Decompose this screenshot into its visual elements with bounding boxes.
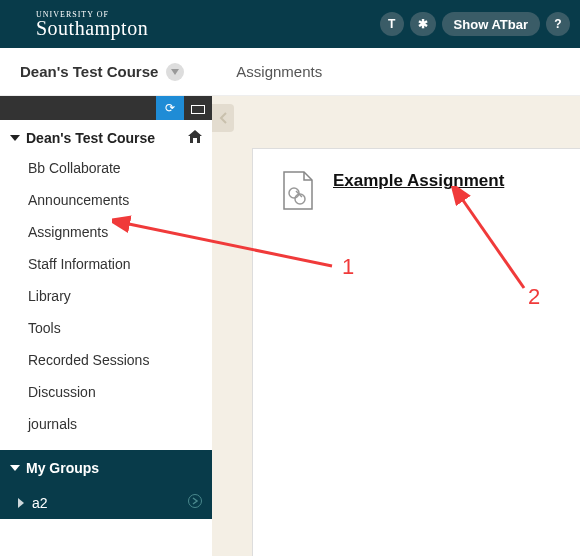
- sidebar-groups-title: My Groups: [26, 460, 99, 476]
- sidebar-item-bb-collaborate[interactable]: Bb Collaborate: [0, 152, 212, 184]
- layout-icon: [191, 102, 205, 114]
- logo-bottom-text: Southampton: [36, 19, 148, 37]
- sidebar-course-head[interactable]: Dean's Test Course: [0, 120, 212, 152]
- sidebar-item-discussion[interactable]: Discussion: [0, 376, 212, 408]
- svg-rect-1: [191, 102, 205, 105]
- show-atbar-button[interactable]: Show ATbar: [442, 12, 540, 36]
- content-card: Example Assignment: [252, 148, 580, 556]
- breadcrumb-page: Assignments: [236, 63, 322, 80]
- annotation-label-1: 1: [342, 254, 354, 280]
- sidebar-groups-body: a2: [0, 486, 212, 519]
- go-icon: [188, 494, 202, 511]
- breadcrumb-course[interactable]: Dean's Test Course: [20, 63, 184, 81]
- assignment-link[interactable]: Example Assignment: [333, 171, 504, 191]
- svg-point-3: [189, 495, 202, 508]
- caret-down-icon: [10, 465, 20, 471]
- site-logo: UNIVERSITY OF Southampton: [10, 11, 148, 36]
- document-link-icon: [281, 171, 315, 215]
- sidebar-items: Bb Collaborate Announcements Assignments…: [0, 152, 212, 450]
- sidebar-item-assignments[interactable]: Assignments: [0, 216, 212, 248]
- refresh-button[interactable]: ⟳: [156, 96, 184, 120]
- banner-buttons: T ✱ Show ATbar ?: [380, 12, 570, 36]
- sidebar-item-journals[interactable]: journals: [0, 408, 212, 440]
- breadcrumb: Dean's Test Course Assignments: [0, 48, 580, 96]
- caret-right-icon: [18, 498, 24, 508]
- top-banner: UNIVERSITY OF Southampton T ✱ Show ATbar…: [0, 0, 580, 48]
- sidebar-item-tools[interactable]: Tools: [0, 312, 212, 344]
- text-size-button[interactable]: T: [380, 12, 404, 36]
- sidebar-course-title: Dean's Test Course: [26, 130, 155, 146]
- svg-rect-2: [192, 106, 204, 113]
- chevron-left-icon: [219, 112, 227, 124]
- chevron-down-icon: [166, 63, 184, 81]
- caret-down-icon: [10, 135, 20, 141]
- sidebar-groups-head[interactable]: My Groups: [0, 450, 212, 486]
- content-area: Example Assignment 1 2: [212, 96, 580, 556]
- sidebar-group-item[interactable]: a2: [0, 486, 212, 519]
- breadcrumb-course-label: Dean's Test Course: [20, 63, 158, 80]
- contrast-button[interactable]: ✱: [410, 12, 436, 36]
- sidebar-group-label: a2: [32, 495, 48, 511]
- sidebar: ⟳ Dean's Test Course Bb Collaborate Anno…: [0, 96, 212, 556]
- main-layout: ⟳ Dean's Test Course Bb Collaborate Anno…: [0, 96, 580, 556]
- sidebar-item-announcements[interactable]: Announcements: [0, 184, 212, 216]
- collapse-sidebar-button[interactable]: [212, 104, 234, 132]
- sidebar-item-recorded-sessions[interactable]: Recorded Sessions: [0, 344, 212, 376]
- sidebar-toolbar: ⟳: [0, 96, 212, 120]
- layout-toggle-button[interactable]: [184, 96, 212, 120]
- annotation-label-2: 2: [528, 284, 540, 310]
- home-icon[interactable]: [188, 130, 202, 146]
- content-item: Example Assignment: [253, 149, 580, 237]
- help-button[interactable]: ?: [546, 12, 570, 36]
- sidebar-item-staff-information[interactable]: Staff Information: [0, 248, 212, 280]
- sidebar-item-library[interactable]: Library: [0, 280, 212, 312]
